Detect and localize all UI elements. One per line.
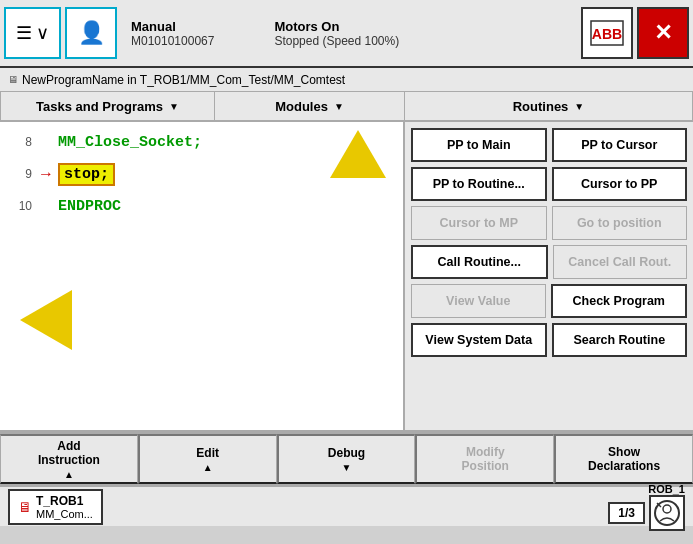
- edit-label: Edit: [196, 446, 219, 460]
- motors-label: Motors On: [274, 19, 399, 34]
- svg-text:ABB: ABB: [592, 26, 622, 42]
- triangle-up-indicator: [330, 130, 386, 178]
- debug-label: Debug: [328, 446, 365, 460]
- code-text-9: stop;: [58, 163, 115, 186]
- cursor-to-mp-button[interactable]: Cursor to MP: [411, 206, 547, 240]
- status-bar: 🖥 T_ROB1 MM_Com... ROB_1 1/3: [0, 486, 693, 526]
- go-to-position-button[interactable]: Go to position: [552, 206, 688, 240]
- status-right: ROB_1 1/3: [608, 483, 685, 531]
- routine-row-4: Call Routine... Cancel Call Rout.: [411, 245, 687, 279]
- task-badge: 🖥 T_ROB1 MM_Com...: [8, 489, 103, 525]
- tasks-header[interactable]: Tasks and Programs ▼: [0, 92, 215, 120]
- mode-value: M01010100067: [131, 34, 214, 48]
- top-bar: ☰ ∨ 👤 Manual M01010100067 Motors On Stop…: [0, 0, 693, 68]
- code-panel: 8 MM_Close_Socket; 9 → stop; 10 ENDPROC: [0, 122, 405, 430]
- user-icon: 👤: [78, 20, 105, 46]
- menu-button[interactable]: ☰ ∨: [4, 7, 61, 59]
- cancel-call-rout-button[interactable]: Cancel Call Rout.: [553, 245, 688, 279]
- routines-header[interactable]: Routines ▼: [405, 92, 693, 120]
- page-indicator: 1/3: [608, 502, 645, 524]
- add-instruction-label: AddInstruction: [38, 439, 100, 467]
- cursor-to-pp-button[interactable]: Cursor to PP: [552, 167, 688, 201]
- call-routine-button[interactable]: Call Routine...: [411, 245, 548, 279]
- search-routine-button[interactable]: Search Routine: [552, 323, 688, 357]
- task-sub: MM_Com...: [36, 508, 93, 520]
- modules-header[interactable]: Modules ▼: [215, 92, 405, 120]
- svg-point-3: [663, 505, 671, 513]
- view-value-button[interactable]: View Value: [411, 284, 546, 318]
- line-num-10: 10: [4, 199, 32, 213]
- user-button[interactable]: 👤: [65, 7, 117, 59]
- triangle-left-indicator: [20, 290, 72, 350]
- line-num-9: 9: [4, 167, 32, 181]
- close-icon: ✕: [654, 20, 672, 46]
- edit-arrow: ▲: [203, 462, 213, 473]
- debug-arrow: ▼: [342, 462, 352, 473]
- mode-label: Manual: [131, 19, 214, 34]
- code-line-10: 10 ENDPROC: [0, 190, 403, 222]
- current-line-arrow: →: [38, 165, 58, 183]
- code-text-10: ENDPROC: [58, 198, 121, 215]
- close-button[interactable]: ✕: [637, 7, 689, 59]
- abb-logo: ABB: [581, 7, 633, 59]
- column-headers: Tasks and Programs ▼ Modules ▼ Routines …: [0, 92, 693, 122]
- modify-position-label: ModifyPosition: [462, 445, 509, 473]
- show-declarations-label: ShowDeclarations: [588, 445, 660, 473]
- bottom-toolbar: AddInstruction ▲ Edit ▲ Debug ▼ ModifyPo…: [0, 432, 693, 486]
- add-instruction-arrow: ▲: [64, 469, 74, 480]
- routines-dropdown-icon: ▼: [574, 101, 584, 112]
- routine-row-2: PP to Routine... Cursor to PP: [411, 167, 687, 201]
- pp-to-cursor-button[interactable]: PP to Cursor: [552, 128, 688, 162]
- add-instruction-button[interactable]: AddInstruction ▲: [0, 434, 138, 484]
- edit-button[interactable]: Edit ▲: [138, 434, 277, 484]
- main-content: 8 MM_Close_Socket; 9 → stop; 10 ENDPROC …: [0, 122, 693, 432]
- motors-value: Stopped (Speed 100%): [274, 34, 399, 48]
- breadcrumb-icon: 🖥: [8, 74, 18, 85]
- status-center: Manual M01010100067 Motors On Stopped (S…: [121, 19, 577, 48]
- routine-row-6: View System Data Search Routine: [411, 323, 687, 357]
- show-declarations-button[interactable]: ShowDeclarations: [554, 434, 693, 484]
- pp-to-main-button[interactable]: PP to Main: [411, 128, 547, 162]
- chevron-down-icon: ∨: [36, 22, 49, 44]
- debug-button[interactable]: Debug ▼: [277, 434, 416, 484]
- code-text-8: MM_Close_Socket;: [58, 134, 202, 151]
- robot-icon: [649, 495, 685, 531]
- check-program-button[interactable]: Check Program: [551, 284, 688, 318]
- line-num-8: 8: [4, 135, 32, 149]
- breadcrumb: 🖥 NewProgramName in T_ROB1/MM_Com_Test/M…: [0, 68, 693, 92]
- routines-panel: PP to Main PP to Cursor PP to Routine...…: [405, 122, 693, 430]
- routine-row-5: View Value Check Program: [411, 284, 687, 318]
- task-icon: 🖥: [18, 499, 32, 515]
- breadcrumb-text: NewProgramName in T_ROB1/MM_Com_Test/MM_…: [22, 73, 345, 87]
- status-left: 🖥 T_ROB1 MM_Com...: [8, 489, 103, 525]
- hamburger-icon: ☰: [16, 22, 32, 44]
- pp-to-routine-button[interactable]: PP to Routine...: [411, 167, 547, 201]
- view-system-data-button[interactable]: View System Data: [411, 323, 547, 357]
- tasks-dropdown-icon: ▼: [169, 101, 179, 112]
- modify-position-button[interactable]: ModifyPosition: [415, 434, 554, 484]
- routine-row-3: Cursor to MP Go to position: [411, 206, 687, 240]
- routine-row-1: PP to Main PP to Cursor: [411, 128, 687, 162]
- modules-dropdown-icon: ▼: [334, 101, 344, 112]
- task-name: T_ROB1: [36, 494, 93, 508]
- rob-label: ROB_1: [608, 483, 685, 495]
